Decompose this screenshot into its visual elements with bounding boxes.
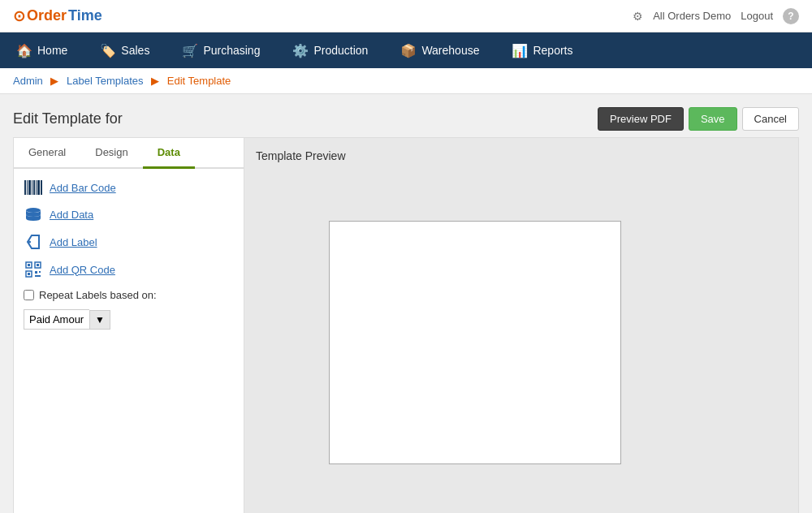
nav-warehouse-label: Warehouse — [421, 44, 479, 57]
nav-reports-label: Reports — [533, 44, 572, 57]
tab-data[interactable]: Data — [143, 138, 195, 169]
sales-icon: 🏷️ — [100, 43, 116, 58]
svg-rect-7 — [41, 180, 42, 195]
preview-box — [329, 221, 621, 464]
left-panel: General Design Data — [13, 137, 244, 513]
breadcrumb-sep-1: ▶ — [50, 75, 58, 87]
nav-purchasing-label: Purchasing — [203, 44, 260, 57]
breadcrumb-current: Edit Template — [167, 75, 231, 87]
breadcrumb-admin[interactable]: Admin — [13, 75, 43, 87]
nav-purchasing[interactable]: 🛒 Purchasing — [166, 32, 276, 68]
add-label-label: Add Label — [50, 236, 97, 248]
tab-general[interactable]: General — [14, 138, 80, 169]
svg-rect-5 — [36, 180, 37, 195]
production-icon: ⚙️ — [292, 43, 309, 58]
nav-home-label: Home — [37, 44, 67, 57]
add-label-item[interactable]: Add Label — [24, 234, 234, 250]
save-button[interactable]: Save — [689, 107, 737, 131]
header-buttons: Preview PDF Save Cancel — [598, 107, 799, 131]
home-icon: 🏠 — [16, 43, 32, 58]
add-bar-code-label: Add Bar Code — [50, 182, 116, 194]
svg-rect-16 — [28, 273, 30, 275]
nav-sales[interactable]: 🏷️ Sales — [84, 32, 166, 68]
add-qr-code-item[interactable]: Add QR Code — [24, 261, 234, 278]
logo-time: Time — [68, 7, 102, 24]
warehouse-icon: 📦 — [400, 43, 417, 58]
add-data-item[interactable]: Add Data — [24, 206, 234, 222]
svg-rect-6 — [37, 180, 40, 195]
top-right-area: ⚙ All Orders Demo Logout ? — [633, 8, 799, 24]
svg-rect-1 — [27, 180, 28, 195]
dropdown-arrow-button[interactable]: ▼ — [89, 310, 110, 330]
svg-point-8 — [26, 208, 41, 213]
tab-design[interactable]: Design — [80, 138, 142, 169]
nav-production[interactable]: ⚙️ Production — [276, 32, 384, 68]
svg-rect-0 — [24, 180, 26, 195]
qr-icon — [24, 261, 43, 278]
breadcrumb: Admin ▶ Label Templates ▶ Edit Template — [0, 68, 812, 94]
add-bar-code-item[interactable]: Add Bar Code — [24, 180, 234, 195]
purchasing-icon: 🛒 — [182, 43, 198, 58]
breadcrumb-sep-2: ▶ — [151, 75, 159, 87]
preview-canvas — [256, 172, 787, 513]
right-panel: Template Preview — [244, 137, 799, 513]
reports-icon: 📊 — [512, 43, 528, 58]
account-link[interactable]: All Orders Demo — [653, 10, 731, 22]
page-header: Edit Template for Preview PDF Save Cance… — [0, 94, 812, 137]
svg-rect-17 — [35, 271, 37, 274]
svg-rect-12 — [28, 264, 30, 266]
nav-bar: 🏠 Home 🏷️ Sales 🛒 Purchasing ⚙️ Producti… — [0, 32, 812, 68]
nav-sales-label: Sales — [121, 44, 149, 57]
repeat-labels-row: Repeat Labels based on: — [24, 289, 234, 301]
svg-rect-14 — [37, 264, 39, 266]
tab-bar: General Design Data — [14, 138, 244, 169]
svg-rect-2 — [28, 180, 31, 195]
svg-rect-18 — [39, 271, 41, 273]
nav-production-label: Production — [313, 44, 368, 57]
logo-icon: ⊙ — [13, 7, 25, 25]
logo-order: Order — [27, 7, 67, 24]
barcode-icon — [24, 180, 43, 195]
label-icon — [24, 234, 43, 250]
svg-rect-19 — [35, 275, 41, 277]
add-data-label: Add Data — [50, 209, 93, 221]
main-content: General Design Data — [0, 137, 812, 513]
gear-icon: ⚙ — [633, 10, 643, 23]
nav-reports[interactable]: 📊 Reports — [495, 32, 589, 68]
nav-home[interactable]: 🏠 Home — [0, 32, 84, 68]
svg-rect-4 — [33, 180, 35, 195]
svg-point-10 — [28, 241, 31, 244]
repeat-labels-checkbox[interactable] — [24, 290, 34, 300]
breadcrumb-label-templates[interactable]: Label Templates — [67, 75, 143, 87]
page-title: Edit Template for — [13, 110, 123, 127]
preview-title: Template Preview — [256, 149, 787, 162]
add-qr-code-label: Add QR Code — [50, 264, 115, 276]
logo: ⊙ OrderTime — [13, 7, 102, 25]
top-header: ⊙ OrderTime ⚙ All Orders Demo Logout ? — [0, 0, 812, 32]
repeat-labels-label: Repeat Labels based on: — [39, 289, 157, 301]
svg-rect-3 — [32, 180, 32, 195]
repeat-labels-select[interactable]: Paid Amour Order Item — [24, 309, 89, 330]
preview-pdf-button[interactable]: Preview PDF — [598, 107, 684, 131]
nav-warehouse[interactable]: 📦 Warehouse — [384, 32, 495, 68]
cancel-button[interactable]: Cancel — [742, 107, 799, 131]
panel-content: Add Bar Code Add Data — [14, 169, 244, 341]
database-icon — [24, 206, 43, 222]
help-icon[interactable]: ? — [783, 8, 799, 24]
logout-link[interactable]: Logout — [741, 10, 773, 22]
dropdown-row: Paid Amour Order Item ▼ — [24, 309, 234, 330]
